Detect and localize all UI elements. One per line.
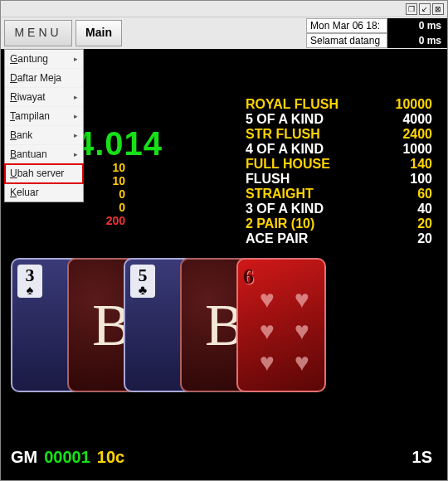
hand-payout: 10000 (396, 97, 433, 112)
side-counters: 10 10 0 0 200 (84, 161, 125, 227)
menu-item-label: Gantung (10, 53, 48, 65)
paytable-row: 5 OF A KIND4000 (246, 112, 432, 127)
bet-size: 10c (97, 448, 124, 467)
menu-item-bantuan[interactable]: Bantuan▸ (5, 145, 83, 164)
hand-name: 4 OF A KIND (246, 142, 324, 157)
submenu-arrow-icon: ▸ (74, 55, 78, 63)
menu-item-riwayat[interactable]: Riwayat▸ (5, 88, 83, 107)
status-welcome-value: 0 ms (387, 33, 447, 48)
status-panel: Mon Mar 06 18: 0 ms Selamat datang 0 ms (306, 17, 447, 49)
card-pips: ♥♥♥♥♥♥ (260, 289, 318, 379)
paytable-row: ACE PAIR20 (246, 231, 432, 246)
status-time-value: 0 ms (387, 18, 447, 33)
hand-name: 2 PAIR (10) (246, 216, 314, 231)
paytable: ROYAL FLUSH100005 OF A KIND4000STR FLUSH… (246, 97, 432, 246)
counter-1: 10 (84, 161, 125, 174)
paytable-row: 4 OF A KIND1000 (246, 142, 432, 157)
title-bar: ❐ ↙ ⊠ (1, 1, 447, 17)
paytable-row: 2 PAIR (10)20 (246, 216, 432, 231)
hand-payout: 100 (410, 172, 432, 187)
hand-name: ACE PAIR (246, 231, 308, 246)
app-window: ❐ ↙ ⊠ MENU Main Mon Mar 06 18: 0 ms Sela… (0, 0, 448, 481)
gm-label: GM (11, 448, 37, 467)
menu-item-label: Ubah server (10, 168, 64, 179)
menu-button[interactable]: MENU (4, 20, 72, 46)
card-corner: 6 (243, 265, 254, 289)
hand-payout: 4000 (402, 112, 432, 127)
hand-name: FULL HOUSE (246, 157, 330, 172)
submenu-arrow-icon: ▸ (74, 131, 78, 139)
menu-dropdown: Gantung▸Daftar MejaRiwayat▸Tampilan▸Bank… (4, 49, 84, 202)
paytable-row: ROYAL FLUSH10000 (246, 97, 432, 112)
submenu-arrow-icon: ▸ (74, 150, 78, 158)
menu-item-label: Keluar (10, 187, 39, 198)
hand-payout: 60 (417, 187, 432, 202)
close-icon[interactable]: ⊠ (432, 3, 444, 15)
speed-label: 1S (412, 448, 432, 467)
paytable-row: 3 OF A KIND40 (246, 202, 432, 216)
menu-item-bank[interactable]: Bank▸ (5, 126, 83, 145)
hand-name: FLUSH (246, 172, 290, 187)
menu-item-label: Daftar Meja (10, 72, 61, 84)
counter-red: 200 (84, 214, 125, 227)
status-time-label: Mon Mar 06 18: (306, 18, 387, 33)
main-button[interactable]: Main (75, 20, 122, 46)
menu-item-daftar-meja[interactable]: Daftar Meja (5, 69, 83, 88)
paytable-row: FULL HOUSE140 (246, 157, 432, 172)
counter-4: 0 (84, 201, 125, 214)
submenu-arrow-icon: ▸ (74, 112, 78, 120)
restore-icon[interactable]: ❐ (406, 3, 417, 15)
paytable-row: FLUSH100 (246, 172, 432, 187)
submenu-arrow-icon: ▸ (74, 93, 78, 101)
minimize-icon[interactable]: ↙ (419, 3, 431, 15)
menu-item-label: Bank (10, 129, 32, 141)
toolbar: MENU Main Mon Mar 06 18: 0 ms Selamat da… (1, 17, 447, 49)
status-row-welcome: Selamat datang 0 ms (306, 33, 447, 48)
status-welcome-label: Selamat datang (306, 33, 387, 48)
card-corner: 5♣ (130, 265, 155, 298)
hand-name: STRAIGHT (246, 187, 314, 202)
hand-payout: 2400 (402, 127, 432, 142)
menu-item-ubah-server[interactable]: Ubah server (5, 164, 83, 183)
counter-3: 0 (84, 187, 125, 201)
hand-name: STR FLUSH (246, 127, 320, 142)
counter-2: 10 (84, 174, 125, 187)
hand-payout: 20 (417, 216, 432, 231)
hand-name: 5 OF A KIND (246, 112, 324, 127)
hand-name: ROYAL FLUSH (246, 97, 338, 112)
menu-item-label: Riwayat (10, 91, 46, 103)
hand-payout: 140 (410, 157, 432, 172)
hand-payout: 20 (417, 231, 432, 246)
hand-payout: 1000 (402, 142, 432, 157)
menu-item-label: Tampilan (10, 110, 50, 122)
balance-display: 4.014 (75, 125, 163, 163)
menu-item-tampilan[interactable]: Tampilan▸ (5, 107, 83, 126)
paytable-row: STR FLUSH2400 (246, 127, 432, 142)
menu-item-keluar[interactable]: Keluar (5, 183, 83, 202)
paytable-row: STRAIGHT60 (246, 187, 432, 202)
hand-name: 3 OF A KIND (246, 202, 324, 216)
card-row: 3♠B5♣B6♥♥♥♥♥♥ (11, 258, 326, 392)
menu-item-gantung[interactable]: Gantung▸ (5, 50, 83, 69)
footer-bar: GM 00001 10c 1S (11, 448, 432, 467)
status-row-time: Mon Mar 06 18: 0 ms (306, 18, 447, 33)
playing-card[interactable]: 6♥♥♥♥♥♥ (236, 258, 326, 392)
game-id: 00001 (44, 448, 90, 467)
card-corner: 3♠ (17, 265, 42, 298)
hand-payout: 40 (417, 202, 432, 216)
menu-item-label: Bantuan (10, 148, 47, 160)
